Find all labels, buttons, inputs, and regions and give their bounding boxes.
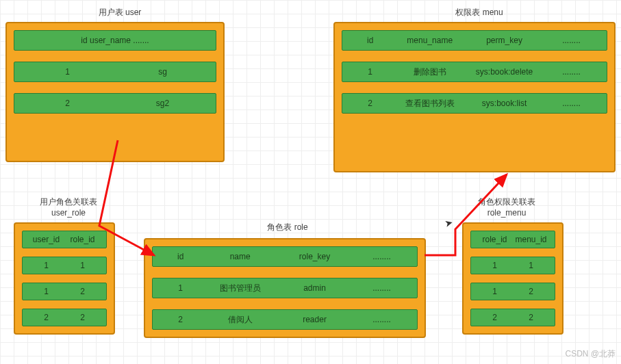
- cell-b: 1: [64, 261, 101, 270]
- table-user-role: user_id role_id 1 1 1 2 2 2: [14, 222, 115, 335]
- table-row: 2 sg2: [14, 93, 216, 114]
- table-role-menu: role_id menu_id 1 1 1 2 2 2: [462, 222, 563, 335]
- cell-key: admin: [277, 283, 352, 293]
- header-cell: id user_name .......: [20, 36, 210, 45]
- table-title-user: 用户表 user: [68, 7, 171, 18]
- header-cell: ........: [352, 252, 411, 261]
- table-title-menu: 权限表 menu: [428, 7, 531, 18]
- header-cell: role_id: [64, 235, 101, 244]
- table-title-role: 角色表 role: [246, 222, 329, 233]
- cell-id: 2: [158, 315, 203, 324]
- title-line1: 角色权限关联表: [478, 197, 535, 207]
- cell-a: 2: [477, 313, 513, 322]
- cell-a: 1: [28, 287, 64, 296]
- table-row: 1 删除图书 sys:book:delete ........: [342, 62, 607, 82]
- cell-perm: sys:book:delete: [467, 67, 542, 77]
- table-header: id name role_key ........: [152, 246, 418, 267]
- table-row: 1 1: [22, 257, 107, 274]
- header-cell: menu_name: [392, 36, 467, 45]
- cell-name: 图书管理员: [203, 283, 277, 294]
- table-row: 2 借阅人 reader ........: [152, 309, 418, 330]
- cell-b: 2: [64, 287, 101, 296]
- table-header: role_id menu_id: [470, 231, 555, 248]
- cell-key: reader: [277, 315, 352, 324]
- table-menu: id menu_name perm_key ........ 1 删除图书 sy…: [333, 22, 616, 172]
- header-cell: name: [203, 252, 277, 261]
- cell-id: 1: [20, 67, 115, 77]
- cell-name: 删除图书: [392, 66, 467, 78]
- cell-name: sg2: [115, 99, 210, 108]
- title-line2: user_role: [51, 208, 86, 218]
- cell-id: 2: [20, 99, 115, 108]
- header-cell: role_key: [277, 252, 352, 261]
- title-line1: 用户角色关联表: [40, 197, 97, 207]
- table-header: id user_name .......: [14, 30, 216, 51]
- table-row: 2 2: [22, 309, 107, 326]
- cell-id: 1: [158, 283, 203, 293]
- header-cell: perm_key: [467, 36, 542, 45]
- cell-a: 1: [477, 287, 513, 296]
- header-cell: id: [158, 252, 203, 261]
- header-cell: user_id: [28, 235, 64, 244]
- cell-a: 1: [477, 261, 513, 270]
- cell-id: 2: [348, 99, 392, 108]
- cell-a: 1: [28, 261, 64, 270]
- table-row: 2 查看图书列表 sys:book:list ........: [342, 93, 607, 114]
- cell-extra: ........: [352, 283, 411, 293]
- table-row: 1 图书管理员 admin ........: [152, 278, 418, 298]
- table-role: id name role_key ........ 1 图书管理员 admin …: [144, 238, 426, 338]
- cell-id: 1: [348, 67, 392, 77]
- cell-b: 2: [513, 313, 549, 322]
- cell-name: 借阅人: [203, 314, 277, 326]
- cell-extra: ........: [542, 67, 601, 77]
- table-row: 1 2: [470, 283, 555, 300]
- cell-b: 2: [64, 313, 101, 322]
- cell-b: 2: [513, 287, 549, 296]
- cell-name: 查看图书列表: [392, 98, 467, 109]
- cell-extra: ........: [542, 99, 601, 108]
- table-row: 1 sg: [14, 62, 216, 82]
- table-title-user-role: 用户角色关联表 user_role: [27, 197, 110, 218]
- cell-b: 1: [513, 261, 549, 270]
- watermark: CSDN @北莽: [565, 348, 616, 360]
- table-title-role-menu: 角色权限关联表 role_menu: [466, 197, 548, 218]
- table-header: user_id role_id: [22, 231, 107, 248]
- header-cell: role_id: [477, 235, 513, 244]
- cell-name: sg: [115, 67, 210, 77]
- header-cell: ........: [542, 36, 601, 45]
- table-header: id menu_name perm_key ........: [342, 30, 607, 51]
- table-user: id user_name ....... 1 sg 2 sg2: [5, 22, 225, 162]
- header-cell: id: [348, 36, 392, 45]
- title-line2: role_menu: [487, 208, 527, 218]
- cell-extra: ........: [352, 315, 411, 324]
- table-row: 1 1: [470, 257, 555, 274]
- header-cell: menu_id: [513, 235, 549, 244]
- table-row: 2 2: [470, 309, 555, 326]
- table-row: 1 2: [22, 283, 107, 300]
- cell-perm: sys:book:list: [467, 99, 542, 108]
- cell-a: 2: [28, 313, 64, 322]
